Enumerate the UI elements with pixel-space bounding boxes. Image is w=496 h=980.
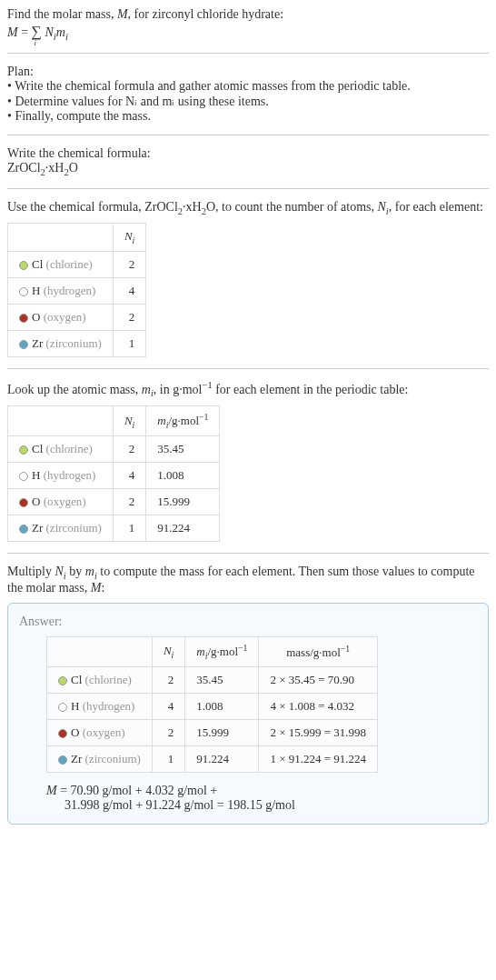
plan-block: Plan: • Write the chemical formula and g… <box>7 65 489 124</box>
table-row: Zr (zirconium) 1 91.224 1 × 91.224 = 91.… <box>47 746 378 773</box>
plan-item: • Write the chemical formula and gather … <box>7 79 489 94</box>
table-row: H (hydrogen) 4 <box>8 277 146 304</box>
table-header-row: Ni mi/g·mol−1 <box>8 406 220 436</box>
mass-value: 1 × 91.224 = 91.224 <box>259 746 378 773</box>
table-header-row: Ni mi/g·mol−1 mass/g·mol−1 <box>47 637 378 667</box>
divider <box>7 553 489 554</box>
element-symbol: Cl <box>32 257 43 271</box>
table-row: Zr (zirconium) 1 91.224 <box>8 515 220 542</box>
am-c: for each element in the periodic table: <box>213 383 409 396</box>
final-M: M <box>46 784 57 797</box>
n-value: 2 <box>113 489 145 515</box>
element-swatch <box>19 340 28 349</box>
mult-n: N <box>55 565 64 578</box>
m-value: 35.45 <box>146 436 220 463</box>
m-var: M <box>117 7 128 21</box>
table-row: H (hydrogen) 4 1.008 4 × 1.008 = 4.032 <box>47 694 378 720</box>
count-atoms-block: Use the chemical formula, ZrOCl2·xH2O, t… <box>7 200 489 357</box>
am-b: , in g·mol <box>154 383 203 396</box>
element-swatch <box>19 287 28 296</box>
m-value: 15.999 <box>146 489 220 515</box>
table-row: Cl (chlorine) 2 35.45 2 × 35.45 = 70.90 <box>47 667 378 694</box>
m-value: 1.008 <box>185 694 259 720</box>
ca-c: O, to count the number of atoms, <box>206 200 378 214</box>
atomic-mass-text: Look up the atomic mass, mi, in g·mol−1 … <box>7 380 489 398</box>
element-name: (chlorine) <box>46 442 93 455</box>
formula-eq: = <box>18 25 32 39</box>
divider <box>7 188 489 189</box>
element-name: (zirconium) <box>85 752 141 765</box>
element-swatch <box>19 472 28 481</box>
element-swatch <box>19 498 28 507</box>
header-mass: mass/g·mol−1 <box>259 637 378 667</box>
element-swatch <box>58 729 67 738</box>
n-value: 2 <box>152 720 184 746</box>
formula-m-sub: i <box>65 32 68 42</box>
mass-value: 4 × 1.008 = 4.032 <box>259 694 378 720</box>
element-swatch <box>19 445 28 455</box>
answer-label: Answer: <box>19 615 477 629</box>
element-name: (hydrogen) <box>44 284 96 297</box>
divider <box>7 53 489 54</box>
n-value: 2 <box>113 251 145 277</box>
atomic-mass-table: Ni mi/g·mol−1 Cl (chlorine) 2 35.45 H (h… <box>7 405 220 542</box>
header-n: Ni <box>113 224 145 252</box>
plan-heading: Plan: <box>7 65 489 79</box>
final-result: M = 70.90 g/mol + 4.032 g/mol + 31.998 g… <box>46 784 477 813</box>
header-n: Ni <box>152 637 184 667</box>
element-symbol: O <box>32 310 40 324</box>
divider <box>7 135 489 135</box>
plan-item: • Finally, compute the mass. <box>7 109 489 124</box>
element-symbol: Zr <box>32 336 43 350</box>
sum-index: i <box>35 38 37 47</box>
element-symbol: Cl <box>71 673 82 686</box>
divider <box>7 368 489 369</box>
n-value: 1 <box>152 746 184 773</box>
table-row: H (hydrogen) 4 1.008 <box>8 463 220 489</box>
cf-end: O <box>69 161 78 175</box>
table-header-row: Ni <box>8 224 146 252</box>
element-symbol: O <box>71 725 79 739</box>
table-row: Zr (zirconium) 1 <box>8 330 146 356</box>
element-swatch <box>58 755 67 765</box>
n-value: 4 <box>113 277 145 304</box>
element-symbol: O <box>32 495 40 508</box>
mass-value: 2 × 15.999 = 31.998 <box>259 720 378 746</box>
am-mvar: m <box>142 383 151 396</box>
n-value: 1 <box>113 330 145 356</box>
atomic-mass-block: Look up the atomic mass, mi, in g·mol−1 … <box>7 380 489 542</box>
intro-block: Find the molar mass, M, for zirconyl chl… <box>7 7 489 42</box>
table-row: O (oxygen) 2 <box>8 304 146 330</box>
header-n: Ni <box>113 406 145 436</box>
mult-b: by <box>66 565 85 578</box>
chemical-formula-block: Write the chemical formula: ZrOCl2·xH2O <box>7 146 489 177</box>
count-atoms-text: Use the chemical formula, ZrOCl2·xH2O, t… <box>7 200 489 216</box>
formula-lhs: M <box>7 25 18 39</box>
element-swatch <box>58 703 67 712</box>
mult-m: m <box>85 565 94 578</box>
header-element <box>8 406 114 436</box>
element-name: (chlorine) <box>46 257 93 271</box>
ca-d: , for each element: <box>389 200 483 214</box>
element-swatch <box>58 676 67 685</box>
cf-mid: ·xH <box>45 161 64 175</box>
mult-M: M <box>91 581 102 595</box>
n-value: 2 <box>152 667 184 694</box>
chemical-formula: ZrOCl2·xH2O <box>7 161 489 177</box>
element-name: (hydrogen) <box>44 468 96 482</box>
formula-m: m <box>56 25 65 39</box>
m-value: 35.45 <box>185 667 259 694</box>
element-symbol: Zr <box>71 752 82 765</box>
header-m: mi/g·mol−1 <box>185 637 259 667</box>
element-symbol: Cl <box>32 442 43 455</box>
element-swatch <box>19 261 28 270</box>
table-row: O (oxygen) 2 15.999 2 × 15.999 = 31.998 <box>47 720 378 746</box>
n-value: 2 <box>113 436 145 463</box>
mult-a: Multiply <box>7 565 55 578</box>
table-row: Cl (chlorine) 2 <box>8 251 146 277</box>
formula-n: N <box>42 25 54 39</box>
intro-text: Find the molar mass, <box>7 7 117 21</box>
am-a: Look up the atomic mass, <box>7 383 142 396</box>
intro-formula: M = ∑i Nimi <box>7 24 489 42</box>
element-name: (hydrogen) <box>83 699 135 713</box>
